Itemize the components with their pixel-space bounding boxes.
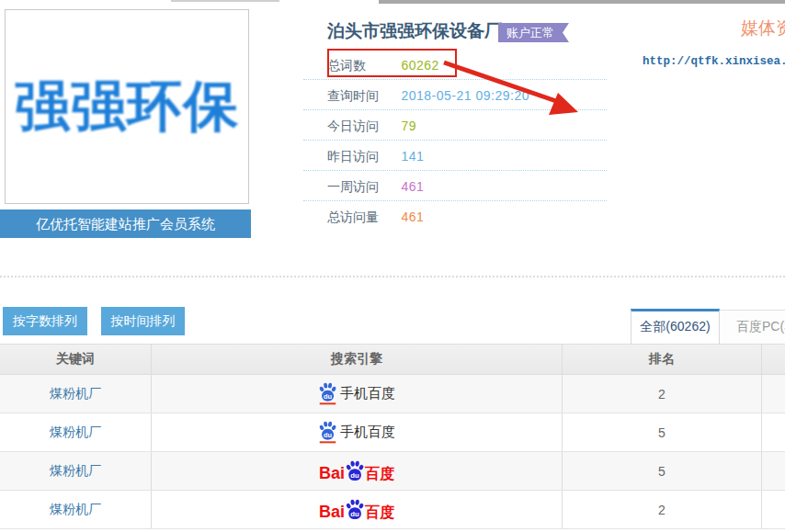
- stat-value: 141: [401, 149, 424, 164]
- stat-row-week-visits: 一周访问 461: [303, 171, 607, 201]
- svg-text:du: du: [324, 392, 333, 401]
- stat-row-query-time: 查询时间 2018-05-21 09:29:20: [303, 80, 607, 110]
- stat-row-today-visits: 今日访问 79: [303, 110, 607, 141]
- keyword-rank-table: 关键词 搜索引擎 排名 煤粉机厂 du: [0, 344, 785, 529]
- sort-by-time-button[interactable]: 按时间排列: [101, 307, 185, 335]
- stat-label: 今日访问: [327, 111, 397, 141]
- stat-value: 79: [401, 119, 416, 133]
- stat-row-total-visits: 总访问量 461: [303, 201, 607, 232]
- stat-label: 总访问量: [327, 202, 397, 232]
- media-section-heading: 媒体资: [741, 17, 785, 40]
- rank-cell: 2: [563, 375, 762, 413]
- table-row: 煤粉机厂 Bai du 百度: [0, 491, 785, 529]
- stat-value: 2018-05-21 09:29:20: [401, 88, 529, 103]
- stat-value: 461: [401, 209, 424, 224]
- extra-cell: [762, 375, 785, 413]
- table-row: 煤粉机厂 du 手机百度: [0, 413, 785, 452]
- tab-all[interactable]: 全部(60262): [631, 309, 720, 344]
- site-url-link[interactable]: http://qtfk.xinxisea.: [643, 55, 785, 68]
- rank-cell: 5: [563, 413, 762, 451]
- stat-row-total-words: 总词数 60262: [303, 50, 607, 80]
- baidu-paw-icon: du: [345, 460, 365, 482]
- engine-cell: Bai du 百度: [152, 491, 563, 528]
- extra-cell: [762, 413, 785, 451]
- keyword-cell: 煤粉机厂: [0, 413, 152, 451]
- table-row: 煤粉机厂 du 手机百度: [0, 375, 785, 413]
- engine-cell: Bai du 百度: [152, 452, 563, 490]
- account-status-badge: 账户正常: [498, 23, 569, 42]
- stats-panel: 总词数 60262 查询时间 2018-05-21 09:29:20 今日访问 …: [303, 50, 607, 232]
- engine-label: 手机百度: [340, 424, 395, 441]
- mobile-baidu-paw-icon: du: [318, 382, 337, 405]
- col-header-extra: [762, 345, 785, 374]
- extra-cell: [762, 491, 785, 528]
- section-divider: [0, 276, 785, 277]
- baidu-pc-logo: Bai du 百度: [319, 499, 394, 521]
- engine-cell: du 手机百度: [152, 375, 563, 413]
- page-title: 泊头市强强环保设备厂: [327, 19, 502, 43]
- stat-row-yesterday-visits: 昨日访问 141: [303, 141, 607, 171]
- logo-text: 强强环保: [15, 70, 239, 144]
- mobile-baidu-paw-icon: du: [318, 421, 337, 444]
- sort-by-wordcount-button[interactable]: 按字数排列: [3, 307, 87, 335]
- banner-label: 亿优托智能建站推广会员系统: [36, 216, 215, 232]
- keyword-cell: 煤粉机厂: [0, 375, 152, 413]
- keyword-cell: 煤粉机厂: [0, 452, 152, 490]
- keyword-cell: 煤粉机厂: [0, 491, 152, 528]
- col-header-rank: 排名: [563, 345, 762, 374]
- svg-text:du: du: [350, 509, 359, 517]
- stat-label: 昨日访问: [327, 141, 397, 172]
- top-divider-right: [379, 0, 785, 4]
- top-divider-left: [171, 0, 279, 2]
- stat-label: 一周访问: [327, 172, 397, 202]
- baidu-pc-logo: Bai du 百度: [319, 460, 394, 482]
- seo-rank-dashboard: 强强环保 亿优托智能建站推广会员系统 泊头市强强环保设备厂 账户正常 总词数 6…: [0, 0, 785, 532]
- table-header-row: 关键词 搜索引擎 排名: [0, 344, 785, 375]
- rank-cell: 5: [563, 452, 762, 490]
- stat-label: 查询时间: [327, 81, 397, 111]
- rank-cell: 2: [563, 491, 762, 528]
- stat-label: 总词数: [327, 51, 397, 81]
- engine-label: 手机百度: [340, 385, 395, 402]
- table-row: 煤粉机厂 Bai du 百度: [0, 452, 785, 491]
- svg-text:du: du: [350, 470, 359, 479]
- stat-value: 461: [401, 179, 424, 194]
- engine-cell: du 手机百度: [152, 413, 563, 451]
- stat-value: 60262: [401, 58, 438, 73]
- member-system-banner: 亿优托智能建站推广会员系统: [0, 209, 251, 238]
- col-header-keyword: 关键词: [0, 345, 152, 374]
- company-logo: 强强环保: [5, 9, 249, 204]
- tab-baidu-pc[interactable]: 百度PC(30: [720, 310, 785, 344]
- extra-cell: [762, 452, 785, 490]
- col-header-engine: 搜索引擎: [152, 345, 563, 374]
- svg-text:du: du: [324, 431, 333, 439]
- baidu-paw-icon: du: [345, 499, 365, 521]
